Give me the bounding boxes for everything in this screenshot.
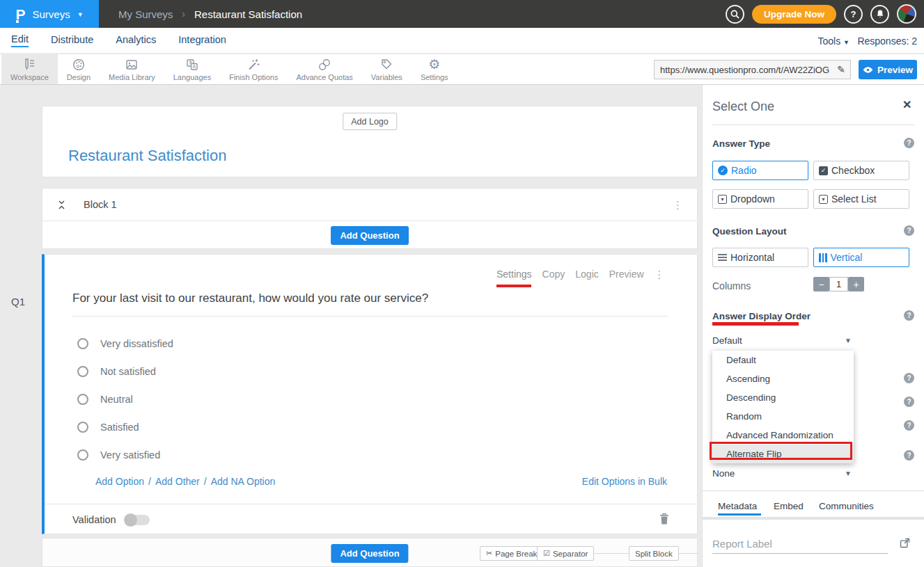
question-settings-panel: Select One ✕ Answer Type ? ✓Radio ✓Check…	[702, 85, 924, 567]
tab-embed[interactable]: Embed	[774, 501, 804, 511]
display-order-select[interactable]: Default ▼	[712, 335, 852, 346]
menu-item-default[interactable]: Default	[712, 351, 854, 369]
radio-icon[interactable]	[77, 366, 88, 377]
answer-type-label: Answer Type	[712, 138, 770, 149]
collapse-icon[interactable]	[56, 200, 67, 210]
question-tab-logic[interactable]: Logic	[575, 269, 598, 280]
tab-analytics[interactable]: Analytics	[116, 34, 156, 47]
block-menu-icon[interactable]: ⋮	[673, 200, 683, 210]
open-external-icon	[899, 537, 911, 549]
edit-options-in-bulk-link[interactable]: Edit Options in Bulk	[582, 476, 667, 487]
top-bar: P Surveys ▼ My Surveys › Restaurant Sati…	[0, 0, 924, 28]
menu-item-random[interactable]: Random	[712, 407, 854, 426]
tab-edit[interactable]: Edit	[11, 33, 29, 47]
plus-button[interactable]: +	[848, 277, 864, 292]
help-icon[interactable]: ?	[904, 310, 914, 321]
chevron-down-icon: ▼	[845, 470, 852, 477]
help-button[interactable]: ?	[844, 5, 863, 24]
edit-url-icon[interactable]: ✎	[832, 64, 850, 75]
close-icon[interactable]: ✕	[902, 98, 911, 111]
search-button[interactable]	[726, 5, 744, 24]
add-other-link[interactable]: Add Other	[155, 476, 200, 487]
help-icon[interactable]: ?	[904, 420, 914, 431]
toolbar-advance-quotas[interactable]: Advance Quotas	[287, 54, 361, 84]
list-item: Very satisfied	[77, 441, 173, 469]
chevron-down-icon: ▼	[843, 39, 849, 46]
toolbar-workspace[interactable]: Workspace	[1, 54, 58, 84]
toolbar-languages[interactable]: A Languages	[164, 54, 220, 84]
toolbar-media-library[interactable]: Media Library	[100, 54, 164, 84]
split-block-button[interactable]: Split Block	[629, 546, 679, 561]
add-na-option-link[interactable]: Add NA Option	[211, 476, 276, 487]
user-avatar[interactable]	[897, 4, 916, 24]
tab-communities[interactable]: Communities	[819, 501, 874, 511]
radio-icon[interactable]	[77, 394, 88, 405]
vertical-bars-icon	[819, 253, 827, 262]
scissors-icon: ✂	[486, 549, 492, 558]
menu-item-descending[interactable]: Descending	[712, 388, 854, 407]
survey-canvas: Add Logo Restaurant Satisfaction Block 1…	[0, 85, 702, 567]
preview-button[interactable]: Preview	[859, 60, 917, 79]
upgrade-now-button[interactable]: Upgrade Now	[752, 5, 836, 24]
tab-metadata[interactable]: Metadata	[718, 501, 757, 511]
block-add-question-row: Add Question	[42, 221, 697, 249]
answer-type-radio[interactable]: ✓Radio	[712, 161, 808, 180]
block-title[interactable]: Block 1	[84, 199, 117, 210]
toolbar-variables[interactable]: Variables	[362, 54, 412, 84]
help-icon[interactable]: ?	[904, 450, 914, 461]
question-tab-settings[interactable]: Settings	[496, 269, 532, 280]
breadcrumb-current: Restaurant Satisfaction	[194, 8, 302, 20]
question-text[interactable]: For your last visit to our restaurant, h…	[72, 292, 428, 305]
question-tab-copy[interactable]: Copy	[542, 269, 565, 280]
radio-icon[interactable]	[77, 338, 88, 349]
help-icon[interactable]: ?	[904, 225, 914, 236]
delete-question-button[interactable]	[658, 512, 671, 529]
none-select[interactable]: None ▼	[712, 468, 852, 479]
add-option-link[interactable]: Add Option	[95, 476, 144, 487]
survey-title[interactable]: Restaurant Satisfaction	[68, 147, 226, 165]
survey-url-input[interactable]	[655, 65, 832, 75]
question-tab-preview[interactable]: Preview	[609, 269, 644, 280]
panel-divider	[703, 490, 924, 491]
tools-menu[interactable]: Tools ▼	[818, 35, 850, 47]
notifications-button[interactable]	[870, 5, 889, 24]
radio-icon[interactable]	[77, 449, 88, 461]
columns-value-input[interactable]	[829, 277, 848, 292]
help-icon[interactable]: ?	[904, 373, 914, 383]
page-break-button[interactable]: ✂Page Break	[480, 546, 543, 561]
help-icon[interactable]: ?	[904, 138, 914, 148]
question-menu-icon[interactable]: ⋮	[655, 269, 665, 280]
minus-button[interactable]: −	[813, 277, 829, 292]
tab-integration[interactable]: Integration	[178, 34, 226, 47]
responses-count[interactable]: Responses: 2	[857, 35, 917, 47]
answer-type-checkbox[interactable]: ✓Checkbox	[813, 161, 909, 180]
radio-icon[interactable]	[77, 422, 88, 433]
layout-vertical[interactable]: Vertical	[813, 248, 909, 267]
list-item: Not satisfied	[77, 358, 173, 385]
breadcrumb-parent[interactable]: My Surveys	[118, 8, 173, 20]
answer-type-dropdown[interactable]: ▼Dropdown	[712, 189, 808, 209]
display-order-annotation-underline	[712, 322, 799, 326]
tab-distribute[interactable]: Distribute	[51, 34, 93, 47]
validation-toggle[interactable]	[125, 515, 150, 525]
help-icon[interactable]: ?	[904, 397, 914, 407]
product-switcher[interactable]: P Surveys ▼	[0, 0, 99, 28]
toolbar-settings[interactable]: ⚙ Settings	[412, 54, 457, 84]
separator-button[interactable]: ☑Separator	[537, 546, 594, 561]
translate-icon: A	[185, 58, 199, 72]
menu-item-ascending[interactable]: Ascending	[712, 369, 854, 388]
add-logo-button[interactable]: Add Logo	[343, 113, 397, 130]
question-action-tabs: Settings Copy Logic Preview ⋮	[496, 269, 665, 280]
layout-horizontal[interactable]: Horizontal	[712, 248, 808, 267]
add-question-button[interactable]: Add Question	[331, 544, 408, 563]
toolbar-finish-options[interactable]: Finish Options	[220, 54, 287, 84]
edit-toolbar: Workspace Design Media Library A Languag…	[0, 54, 924, 85]
chain-links-icon	[318, 58, 331, 72]
block-card: Block 1 ⋮ Add Question	[42, 188, 698, 249]
checked-box-icon: ☑	[543, 549, 550, 558]
add-question-button[interactable]: Add Question	[331, 226, 408, 245]
answer-type-select-list[interactable]: ▼Select List	[813, 189, 909, 209]
report-label-input[interactable]	[712, 534, 888, 554]
toolbar-design[interactable]: Design	[58, 54, 100, 84]
image-icon	[125, 58, 139, 72]
